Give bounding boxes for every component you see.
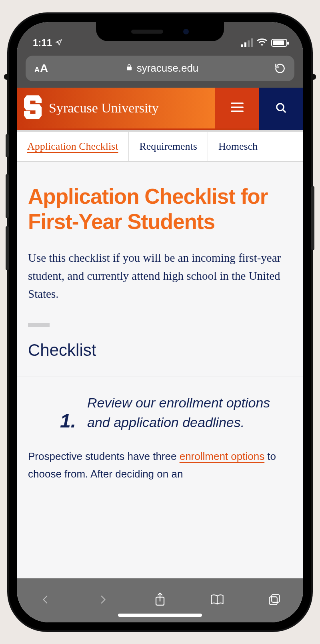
url-bar[interactable]: AA syracuse.edu <box>26 56 294 81</box>
tabs-button[interactable] <box>246 578 303 622</box>
page-lead: Use this checklist if you will be an inc… <box>28 249 292 303</box>
search-button[interactable] <box>259 88 303 130</box>
svg-rect-8 <box>272 594 280 602</box>
checklist-step: 1. Review our enrollment options and app… <box>28 377 292 433</box>
site-brand[interactable]: Syracuse University <box>17 88 215 130</box>
section-rule <box>28 323 50 327</box>
back-button[interactable] <box>17 578 74 622</box>
page-title: Application Checklist for First-Year Stu… <box>28 184 292 235</box>
tab-application-checklist[interactable]: Application Checklist <box>17 132 129 161</box>
svg-line-4 <box>283 109 285 112</box>
site-logo-icon <box>24 95 42 121</box>
battery-icon <box>271 39 287 47</box>
share-icon <box>154 592 166 609</box>
chevron-right-icon <box>98 592 108 608</box>
enrollment-options-link[interactable]: enrollment options <box>180 450 264 462</box>
cellular-signal-icon <box>241 38 253 47</box>
svg-rect-9 <box>270 597 277 604</box>
site-brand-name: Syracuse University <box>49 100 159 116</box>
step-body: Prospective students have three enrollme… <box>28 447 292 483</box>
tab-label: Homesch <box>218 140 258 152</box>
phone-speaker <box>131 30 163 34</box>
body-text-pre: Prospective students have three <box>28 450 180 462</box>
tab-label: Requirements <box>139 140 197 152</box>
menu-button[interactable] <box>215 88 259 130</box>
phone-front-camera <box>183 29 189 34</box>
tab-requirements[interactable]: Requirements <box>129 132 208 161</box>
phone-volume-up <box>6 174 9 218</box>
chevron-left-icon <box>40 592 51 608</box>
status-time: 1:11 <box>33 37 52 48</box>
search-icon <box>275 102 287 116</box>
tab-homeschool[interactable]: Homesch <box>208 132 268 161</box>
url-domain: syracuse.edu <box>137 62 199 74</box>
hamburger-icon <box>230 102 244 114</box>
step-text: Review our enrollment options and applic… <box>87 393 290 433</box>
home-indicator[interactable] <box>118 614 202 617</box>
book-icon <box>210 594 224 607</box>
text-size-button[interactable]: AA <box>26 62 62 75</box>
phone-notch <box>96 22 224 41</box>
step-number: 1. <box>36 393 76 433</box>
phone-mute-switch <box>6 134 9 157</box>
lock-icon <box>126 62 133 74</box>
phone-frame: 1:11 <box>9 14 311 630</box>
phone-side-notch-left <box>4 74 9 80</box>
tab-label: Application Checklist <box>27 140 118 152</box>
section-heading: Checklist <box>28 341 292 360</box>
phone-side-notch-right <box>311 74 316 80</box>
refresh-button[interactable] <box>262 63 294 74</box>
phone-volume-down <box>6 226 9 270</box>
phone-power-button <box>311 186 314 250</box>
section-tabs: Application Checklist Requirements Homes… <box>17 130 303 162</box>
tabs-icon <box>268 593 281 608</box>
wifi-icon <box>257 37 267 48</box>
location-icon <box>55 37 62 48</box>
